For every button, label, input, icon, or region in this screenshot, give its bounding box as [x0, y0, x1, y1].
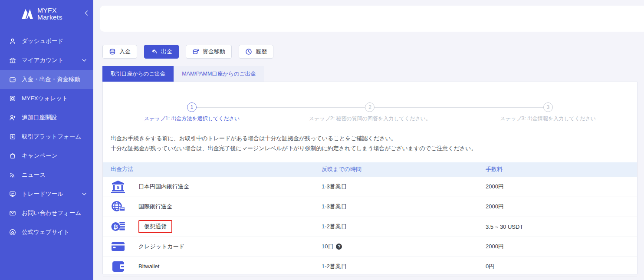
app-root: MYFX Markets ダッシュボード マイアカウント [0, 0, 644, 280]
monitor-chart-icon [9, 190, 16, 198]
sidebar-item-additional-account[interactable]: 追加口座開設 [0, 108, 93, 127]
chevron-down-icon [82, 193, 86, 195]
bank-building-icon [9, 56, 16, 64]
withdrawal-methods-table: 出金方法 反映までの時間 手数料 ¥ 日本円国内銀行送金 1-3営業日 2000… [103, 162, 637, 277]
notice-line2: 十分な証拠金が残っていない場合は、出金完了後にマージンレベルが下がり強制的に約定… [111, 145, 477, 152]
sidebar-item-trading-platform[interactable]: 取引プラットフォーム [0, 127, 93, 146]
logo-line1: MYFX [37, 7, 62, 14]
tab-mam-pamm-withdrawal[interactable]: MAM/PAMM口座からのご出金 [174, 66, 264, 82]
svg-text:¥: ¥ [117, 185, 120, 190]
svg-text:₿: ₿ [113, 224, 118, 230]
sidebar-item-label: マイアカウント [22, 56, 64, 64]
sidebar-item-label: 追加口座開設 [22, 114, 57, 122]
withdraw-button-label: 出金 [161, 48, 172, 56]
sidebar-item-my-account[interactable]: マイアカウント [0, 51, 93, 70]
fee-value: 2000円 [486, 203, 629, 211]
wallet-icon [9, 76, 16, 83]
help-icon[interactable]: ? [336, 244, 342, 250]
dashboard-person-icon [9, 37, 16, 45]
sidebar-item-deposit-withdraw-transfer[interactable]: 入金・出金・資金移動 [0, 70, 93, 89]
processing-time: 1-2営業日 [322, 263, 347, 270]
sidebar-nav: ダッシュボード マイアカウント 入金・出金・資金移動 [0, 26, 93, 242]
table-header-row: 出金方法 反映までの時間 手数料 [103, 162, 637, 177]
step-3: 3 ステップ3: 出金情報を入力してください [459, 102, 637, 122]
shopping-bag-icon [9, 152, 16, 159]
sidebar-item-dashboard[interactable]: ダッシュボード [0, 32, 93, 51]
logo-mark-icon [21, 8, 34, 20]
myfx-markets-logo[interactable]: MYFX Markets [21, 7, 62, 21]
step-2-label: ステップ2: 秘密の質問の回答を入力してください。 [309, 115, 431, 122]
processing-time: 1-2営業日 [322, 223, 347, 231]
method-name: Bitwallet [138, 263, 159, 270]
deposit-button-label: 入金 [119, 48, 131, 56]
sidebar-item-label: トレードツール [22, 190, 63, 198]
person-plus-icon [9, 114, 16, 121]
step-2: 2 ステップ2: 秘密の質問の回答を入力してください。 [281, 102, 459, 122]
withdrawal-card: 1 ステップ1: 出金方法を選択してください 2 ステップ2: 秘密の質問の回答… [102, 82, 637, 274]
withdrawal-tabs: 取引口座からのご出金 MAM/PAMM口座からのご出金 [102, 66, 644, 82]
sidebar-item-label: 入金・出金・資金移動 [22, 76, 80, 83]
clock-icon [245, 48, 252, 55]
sidebar-item-label: 公式ウェブサイト [22, 228, 69, 236]
home-circle-icon [9, 228, 16, 236]
sidebar-item-myfx-wallet[interactable]: MYFXウォレット [0, 89, 93, 108]
table-row-crypto[interactable]: ₿ 仮想通貨 1-2営業日 3.5 ~ 30 USDT [103, 217, 637, 237]
sidebar-item-campaign[interactable]: キャンペーン [0, 146, 93, 165]
method-name: 仮想通貨 [144, 223, 167, 230]
step-2-circle: 2 [365, 102, 375, 112]
stepper: 1 ステップ1: 出金方法を選択してください 2 ステップ2: 秘密の質問の回答… [103, 82, 637, 122]
header-fee: 手数料 [486, 165, 629, 173]
processing-time: 1-3営業日 [322, 203, 347, 211]
sidebar-item-label: ダッシュボード [22, 37, 63, 45]
table-row-domestic-bank[interactable]: ¥ 日本円国内銀行送金 1-3営業日 2000円 [103, 177, 637, 197]
sidebar-item-label: 取引プラットフォーム [22, 133, 81, 141]
history-button-label: 履歴 [256, 48, 267, 56]
sidebar-collapse-icon[interactable] [85, 10, 88, 16]
table-row-bitwallet[interactable]: Bitwallet 1-2営業日 0円 [103, 257, 637, 277]
notice-line1: 出金お手続きをする前に、お取引中のトレードがある場合は十分な証拠金が残っているこ… [111, 135, 397, 142]
processing-time: 10日 [322, 243, 333, 250]
table-row-international-bank[interactable]: 国際銀行送金 1-3営業日 2000円 [103, 197, 637, 217]
step-3-label: ステップ3: 出金情報を入力してください [500, 115, 596, 122]
deposit-button[interactable]: 入金 [102, 45, 137, 59]
rss-icon [9, 171, 16, 178]
step-1-label: ステップ1: 出金方法を選択してください [144, 115, 240, 122]
envelope-icon [9, 209, 16, 217]
sidebar-item-trade-tools[interactable]: トレードツール [0, 184, 93, 204]
sidebar-item-official-website[interactable]: 公式ウェブサイト [0, 223, 93, 242]
withdraw-button[interactable]: 出金 [144, 45, 179, 59]
fee-value: 3.5 ~ 30 USDT [486, 224, 629, 230]
method-name: 国際銀行送金 [138, 203, 172, 211]
fee-value: 2000円 [486, 243, 629, 250]
table-row-credit-card[interactable]: クレジットカード 10日 ? 2000円 [103, 237, 637, 257]
sidebar-item-label: MYFXウォレット [22, 95, 68, 102]
transfer-button[interactable]: 資金移動 [186, 45, 232, 59]
history-button[interactable]: 履歴 [239, 45, 273, 59]
margin-warning-text: 出金お手続きをする前に、お取引中のトレードがある場合は十分な証拠金が残っているこ… [111, 133, 629, 154]
step-3-circle: 3 [543, 102, 553, 112]
credit-card-icon [111, 240, 125, 253]
sidebar-item-label: ニュース [22, 171, 46, 179]
method-name: 日本円国内銀行送金 [138, 183, 189, 191]
sidebar-item-label: キャンペーン [22, 152, 58, 160]
tab-trading-account-withdrawal[interactable]: 取引口座からのご出金 [102, 66, 174, 82]
fee-value: 2000円 [486, 183, 629, 191]
coins-transfer-icon [192, 48, 199, 55]
fee-value: 0円 [486, 263, 629, 270]
crypto-coin-icon: ₿ [111, 220, 125, 233]
square-coin-icon [9, 95, 16, 102]
chevron-down-icon [82, 59, 86, 62]
coins-icon [109, 48, 116, 55]
download-box-icon [9, 133, 16, 140]
sidebar-item-contact-form[interactable]: お問い合わせフォーム [0, 204, 93, 223]
sidebar-header: MYFX Markets [0, 0, 93, 26]
top-header-bar [100, 6, 644, 32]
logo-line2: Markets [37, 14, 62, 21]
international-bank-icon [111, 200, 125, 213]
sidebar-item-news[interactable]: ニュース [0, 165, 93, 184]
step-1: 1 ステップ1: 出金方法を選択してください [103, 102, 281, 122]
header-method: 出金方法 [111, 165, 322, 173]
withdraw-arrow-icon [151, 48, 158, 55]
sidebar-item-label: お問い合わせフォーム [22, 209, 81, 217]
crypto-highlight-box: 仮想通貨 [138, 220, 172, 233]
